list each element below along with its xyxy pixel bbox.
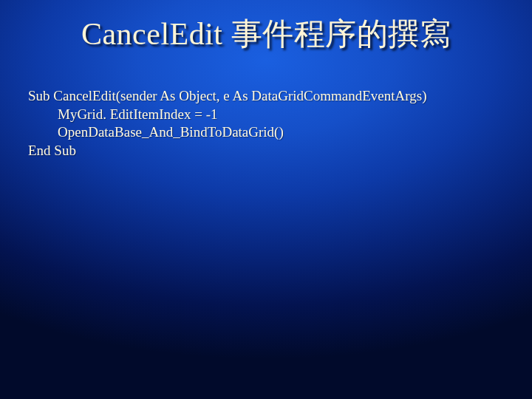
- code-line-3: OpenDataBase_And_BindToDataGrid(): [28, 123, 510, 142]
- slide-container: CancelEdit 事件程序的撰寫 Sub CancelEdit(sender…: [0, 0, 532, 399]
- code-line-2: MyGrid. EditItemIndex = -1: [28, 106, 510, 124]
- code-block: Sub CancelEdit(sender As Object, e As Da…: [28, 87, 510, 160]
- slide-title: CancelEdit 事件程序的撰寫: [0, 13, 532, 55]
- code-line-4: End Sub: [28, 143, 76, 158]
- code-line-1: Sub CancelEdit(sender As Object, e As Da…: [28, 88, 426, 103]
